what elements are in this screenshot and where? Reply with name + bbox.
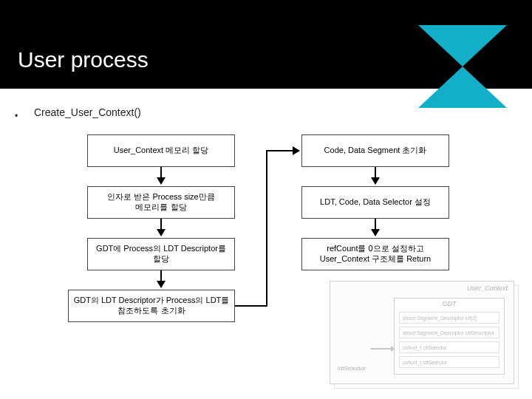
arrow-down-icon: [157, 270, 166, 290]
flow-node-r1: Code, Data Segment 초기화: [301, 134, 449, 167]
struct-outer-label: User_Context: [467, 284, 508, 292]
struct-left-label: ldtSelector: [338, 365, 366, 372]
flow-node-r3: refCount를 0으로 설정하고User_Context 구조체를 Retu…: [301, 238, 449, 270]
struct-row: ushort_t ldtSelector: [399, 356, 499, 368]
bullet-icon: •: [15, 111, 18, 121]
struct-inner-box: GDT struct Segment_Descriptor ldt[2] str…: [394, 298, 505, 375]
arrow-down-icon: [371, 167, 380, 186]
flow-node-l4: GDT의 LDT Descriptor가 Process의 LDT를참조하도록 …: [68, 290, 235, 322]
title-bar: User process: [0, 0, 532, 89]
arrow-down-icon: [157, 219, 166, 238]
slide-body: • Create_User_Context() User_Context 메모리…: [0, 89, 532, 399]
flow-node-l2: 인자로 받은 Process size만큼메모리를 할당: [87, 186, 235, 219]
struct-row: ushort_t csSelector: [399, 341, 499, 353]
flow-node-l1: User_Context 메모리 할당: [87, 134, 235, 167]
arrow-down-icon: [157, 167, 166, 186]
struct-row: struct Segment_Descriptor ldtDescriptor: [399, 327, 499, 338]
flow-node-l3: GDT에 Process의 LDT Descriptor를 할당: [87, 238, 235, 270]
struct-outer-box: User_Context ldtSelector GDT struct Segm…: [330, 281, 514, 384]
struct-row: struct Segment_Descriptor ldt[2]: [399, 312, 499, 324]
triangle-top-icon: [418, 25, 507, 66]
bullet-text: Create_User_Context(): [34, 106, 141, 118]
connector-segment: [266, 150, 267, 307]
connector-segment: [267, 150, 294, 151]
struct-inner-title: GDT: [395, 300, 504, 307]
connector-segment: [235, 305, 267, 307]
arrow-right-icon: [370, 348, 391, 349]
arrow-down-icon: [371, 219, 380, 238]
struct-diagram: User_Context ldtSelector GDT struct Segm…: [330, 281, 514, 384]
arrow-right-icon: [293, 146, 300, 155]
flow-node-r2: LDT, Code, Data Selector 설정: [301, 186, 449, 219]
slide-title: User process: [18, 47, 149, 72]
